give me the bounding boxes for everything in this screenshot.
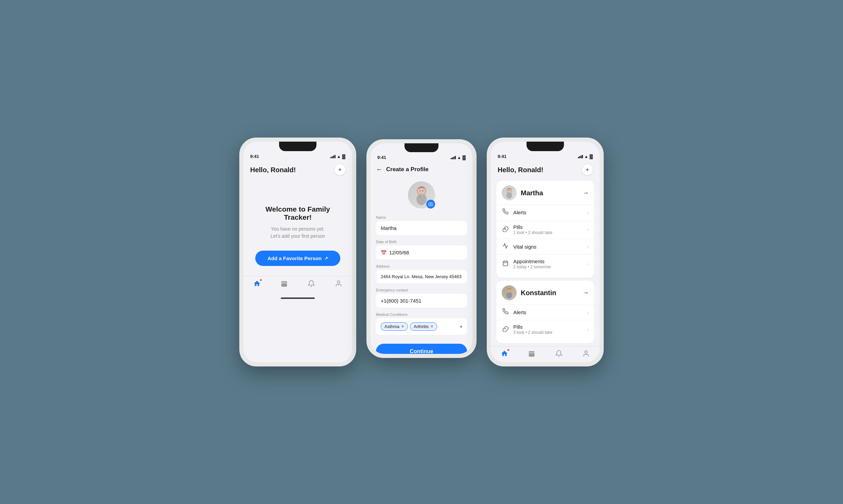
header-1: Hello, Ronald! + xyxy=(243,160,352,178)
konstantin-pills-row[interactable]: Pills 3 took • 2 should take › xyxy=(502,320,589,339)
nav-person-3[interactable] xyxy=(582,350,590,359)
nav-bell-3[interactable] xyxy=(555,350,563,359)
konstantin-arrow[interactable]: → xyxy=(583,289,589,296)
svg-point-33 xyxy=(585,351,587,353)
time-1: 9:41 xyxy=(250,154,259,159)
nav-calendar-3[interactable] xyxy=(528,350,535,359)
time-2: 9:41 xyxy=(377,155,386,160)
svg-point-13 xyxy=(506,192,512,199)
add-button-3[interactable]: + xyxy=(582,164,593,175)
back-button[interactable]: ← xyxy=(376,165,383,173)
martha-alerts-arrow: › xyxy=(587,210,589,215)
bottom-nav-1 xyxy=(243,276,352,296)
name-field-group: Name Martha xyxy=(376,215,467,235)
remove-arthritis[interactable]: ✕ xyxy=(430,324,433,329)
bottom-nav-3 xyxy=(491,346,600,362)
profile-photo-wrap xyxy=(408,181,435,209)
martha-card: Martha → Alerts › xyxy=(496,181,594,278)
status-bar-2: 9:41 ▲ ▓ xyxy=(371,152,472,161)
add-person-button[interactable]: Add a Favorite Person ↗ xyxy=(255,251,340,266)
phone-dashboard: 9:41 ▲ ▓ Hello, Ronald! + xyxy=(487,138,604,366)
page-title-create: Create a Profile xyxy=(386,166,429,173)
martha-alerts-content: Alerts xyxy=(513,210,583,215)
svg-point-6 xyxy=(416,193,427,205)
status-bar-3: 9:41 ▲ ▓ xyxy=(491,151,600,160)
konstantin-pills-arrow: › xyxy=(587,327,589,332)
camera-button[interactable] xyxy=(426,200,435,209)
status-icons-3: ▲ ▓ xyxy=(578,154,593,159)
konstantin-alerts-arrow: › xyxy=(587,310,589,315)
martha-arrow[interactable]: → xyxy=(583,190,589,197)
conditions-dropdown-arrow[interactable]: ▾ xyxy=(460,324,462,329)
martha-vitals-icon xyxy=(502,243,509,251)
calendar-input-icon: 📅 xyxy=(381,250,386,255)
martha-pills-arrow: › xyxy=(587,227,589,232)
konstantin-alerts-row[interactable]: Alerts › xyxy=(502,305,589,320)
wifi-icon-3: ▲ xyxy=(584,154,588,159)
nav-calendar-1[interactable] xyxy=(280,280,288,289)
konstantin-pills-content: Pills 3 took • 2 should take xyxy=(513,324,583,335)
nav-person-1[interactable] xyxy=(335,280,342,289)
profile-photo-area xyxy=(371,176,472,215)
martha-vitals-content: Vital signs xyxy=(513,244,583,250)
svg-rect-0 xyxy=(281,281,287,287)
svg-point-11 xyxy=(430,203,432,205)
martha-vitals-arrow: › xyxy=(587,244,589,250)
emergency-input[interactable]: +1(800) 301-7451 xyxy=(376,294,467,308)
martha-pills-icon xyxy=(502,226,509,234)
svg-point-25 xyxy=(507,288,511,292)
tag-asthma[interactable]: Asthma ✕ xyxy=(381,322,408,331)
conditions-field-group: Medical Conditions Asthma ✕ Arthritis ✕ … xyxy=(376,312,467,335)
nav-home-3[interactable] xyxy=(501,350,508,359)
address-input[interactable]: 2464 Royal Ln. Mesa, New Jersey 45463 xyxy=(376,270,467,283)
nav-bell-1[interactable] xyxy=(308,280,315,289)
svg-point-26 xyxy=(508,290,509,291)
signal-icon-3 xyxy=(578,155,583,158)
martha-pills-row[interactable]: Pills 1 took • 2 should take › xyxy=(502,220,589,239)
continue-btn-wrap: Continue xyxy=(371,340,472,354)
add-button-1[interactable]: + xyxy=(334,164,345,175)
notch-2 xyxy=(405,143,438,152)
konstantin-avatar xyxy=(502,285,517,300)
cursor-icon: ↗ xyxy=(324,256,328,261)
nav-home-1[interactable] xyxy=(253,280,261,289)
svg-point-27 xyxy=(510,290,510,291)
martha-alerts-row[interactable]: Alerts › xyxy=(502,205,589,220)
martha-pills-content: Pills 1 took • 2 should take xyxy=(513,224,583,235)
continue-button[interactable]: Continue xyxy=(376,344,467,354)
name-input[interactable]: Martha xyxy=(376,221,467,235)
person-icon-1 xyxy=(335,280,342,289)
bell-icon-3 xyxy=(555,350,563,359)
svg-rect-19 xyxy=(503,261,508,266)
greeting-1: Hello, Ronald! xyxy=(250,166,296,174)
svg-rect-29 xyxy=(529,351,535,357)
martha-appointments-row[interactable]: Appointments 2 today • 2 tomorrow › xyxy=(502,255,589,273)
svg-point-15 xyxy=(508,190,509,191)
nav-dot-3 xyxy=(507,349,509,351)
home-indicator-1 xyxy=(281,298,315,299)
conditions-input[interactable]: Asthma ✕ Arthritis ✕ ▾ xyxy=(376,318,467,335)
martha-avatar xyxy=(502,185,517,200)
tag-arthritis[interactable]: Arthritis ✕ xyxy=(410,322,437,331)
svg-point-9 xyxy=(423,191,424,192)
name-label: Name xyxy=(376,215,467,219)
address-label: Address xyxy=(376,264,467,268)
dob-label: Date of Birth xyxy=(376,240,467,244)
welcome-title: Welcome to Family Tracker! xyxy=(254,205,342,221)
konstantin-alerts-content: Alerts xyxy=(513,309,583,315)
greeting-3: Hello, Ronald! xyxy=(498,166,543,174)
emergency-field-group: Emergency contact +1(800) 301-7451 xyxy=(376,288,467,308)
svg-point-16 xyxy=(510,190,510,191)
address-field-group: Address 2464 Royal Ln. Mesa, New Jersey … xyxy=(376,264,467,283)
martha-alerts-icon xyxy=(502,209,509,216)
calendar-icon-3 xyxy=(528,350,535,359)
remove-asthma[interactable]: ✕ xyxy=(401,324,404,329)
svg-point-4 xyxy=(337,281,340,283)
home-icon-3 xyxy=(501,350,508,359)
martha-vitals-row[interactable]: Vital signs › xyxy=(502,239,589,254)
wifi-icon-1: ▲ xyxy=(337,154,341,159)
battery-icon-2: ▓ xyxy=(463,155,466,160)
signal-icon-1 xyxy=(330,155,336,158)
dob-input[interactable]: 📅 12/05/68 xyxy=(376,246,467,259)
martha-name: Martha xyxy=(521,189,579,197)
